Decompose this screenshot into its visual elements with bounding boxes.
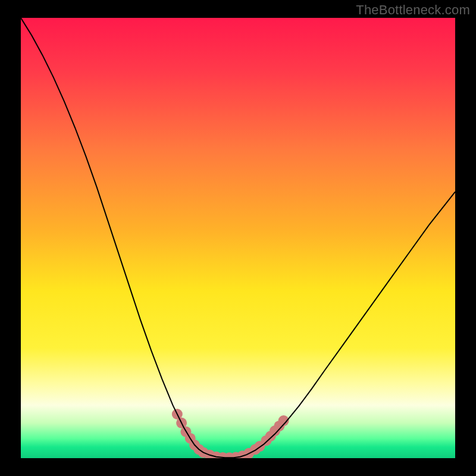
bottleneck-chart	[0, 0, 476, 476]
watermark-text: TheBottleneck.com	[356, 2, 470, 18]
plot-background	[21, 18, 455, 458]
chart-stage: TheBottleneck.com	[0, 0, 476, 476]
